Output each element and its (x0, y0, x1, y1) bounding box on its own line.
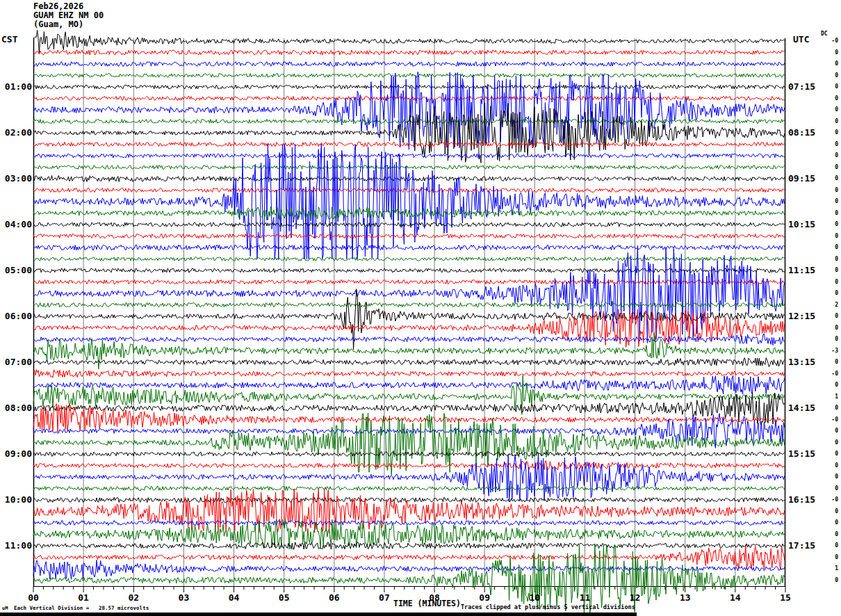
seismo-trace-10:15 (33, 489, 785, 533)
x-tick-label: 14 (728, 592, 742, 603)
dc-value: 2 (823, 302, 838, 308)
dc-value: 0 (823, 106, 838, 113)
seismo-trace-11:15 (33, 544, 785, 569)
seismo-trace-03:30 (33, 145, 785, 259)
dc-value: -3 (823, 348, 838, 354)
right-hour-label: 17:15 (788, 540, 815, 551)
right-hour-label: 14:15 (788, 403, 815, 413)
dc-value: 0 (823, 428, 838, 434)
seismo-trace-00:15 (33, 50, 785, 55)
dc-value: 0 (823, 290, 838, 296)
dc-value: 0 (823, 95, 838, 102)
seismo-trace-05:15 (33, 279, 785, 284)
x-tick-label: 05 (277, 592, 291, 603)
dc-value: 0 (823, 244, 838, 250)
seismo-trace-02:30 (33, 154, 785, 158)
dc-value: 0 (823, 554, 838, 560)
right-hour-label: 07:15 (788, 81, 815, 92)
x-tick-label: 09 (477, 592, 491, 603)
dc-value: 0 (823, 508, 838, 514)
dc-value: 1 (823, 394, 838, 400)
x-tick-label: 01 (76, 592, 90, 603)
dc-value: 0 (823, 405, 838, 411)
seismo-trace-09:45 (33, 486, 785, 490)
seismo-trace-00:00 (33, 30, 785, 54)
dc-value: 0 (823, 577, 838, 583)
helicorder-page: Feb26,2026 GUAM EHZ NM 00 (Guam, MO) CST… (0, 0, 841, 616)
left-hour-label: 08:00 (3, 403, 32, 413)
right-hour-label: 16:15 (788, 494, 815, 505)
seismo-trace-10:30 (33, 521, 785, 526)
seismo-trace-00:45 (33, 74, 785, 78)
left-hour-label: 02:00 (3, 127, 32, 138)
dc-value: 0 (823, 382, 838, 388)
right-hour-label: 13:15 (788, 357, 815, 367)
left-hour-label: 05:00 (3, 265, 32, 275)
dc-value: 0 (823, 519, 838, 526)
x-tick-label: 07 (377, 592, 391, 603)
dc-value: 0 (823, 451, 838, 457)
dc-value: -0 (823, 371, 838, 377)
x-tick-label: 13 (678, 592, 692, 603)
dc-value: 0 (823, 83, 838, 90)
dc-value: 0 (823, 175, 838, 181)
seismo-trace-07:00 (33, 358, 785, 367)
dc-value: 0 (823, 129, 838, 136)
bottom-bar (0, 613, 637, 616)
x-tick-label: 12 (628, 592, 642, 603)
footer-unit-note: uM (2, 606, 8, 611)
x-tick-label: 11 (578, 592, 591, 603)
seismo-trace-09:30 (33, 453, 785, 502)
right-hour-label: 15:15 (788, 448, 815, 459)
seismo-trace-04:30 (33, 245, 785, 250)
right-hour-label: 12:15 (788, 311, 815, 321)
footer-clip-text: Traces clipped at plus/minus 5 vertical … (461, 603, 635, 610)
dc-value: 0 (823, 49, 838, 56)
x-axis-title: TIME (MINUTES) (393, 599, 461, 608)
dc-value: 0 (823, 313, 838, 319)
seismo-trace-05:00 (33, 268, 785, 273)
dc-value: 0 (823, 542, 838, 549)
seismo-trace-11:00 (33, 542, 785, 549)
dc-value: 0 (823, 164, 838, 170)
seismo-trace-09:15 (33, 461, 785, 470)
dc-value: 0 (823, 221, 838, 227)
left-hour-label: 06:00 (3, 311, 32, 321)
dc-value: 0 (823, 233, 838, 239)
seismo-trace-10:00 (33, 497, 785, 503)
dc-value: 0 (823, 531, 838, 537)
dc-value: 0 (823, 72, 838, 79)
dc-value: 0 (823, 267, 838, 273)
dc-value: -0 (823, 496, 838, 503)
seismo-trace-04:45 (33, 257, 785, 261)
seismo-trace-11:30 (33, 560, 785, 580)
dc-value: -0 (823, 416, 838, 423)
dc-value: 0 (823, 118, 838, 124)
right-hour-label: 08:15 (788, 127, 815, 138)
x-tick-label: 06 (327, 592, 341, 603)
seismogram-plot (0, 0, 841, 616)
dc-value: 0 (823, 210, 838, 216)
dc-value: 0 (823, 141, 838, 147)
dc-value: 0 (823, 60, 838, 67)
dc-value: 0 (823, 187, 838, 193)
right-hour-label: 09:15 (788, 173, 815, 184)
dc-value: 0 (823, 256, 838, 262)
left-hour-label: 07:00 (3, 357, 32, 367)
dc-value: 0 (823, 336, 838, 342)
left-hour-label: 04:00 (3, 219, 32, 229)
dc-value: -0 (823, 38, 838, 44)
dc-value: 0 (823, 485, 838, 492)
seismo-trace-04:00 (33, 222, 785, 227)
left-hour-label: 11:00 (3, 540, 32, 551)
seismo-trace-07:45 (33, 375, 785, 414)
seismo-trace-01:00 (33, 85, 785, 89)
dc-value: 0 (823, 152, 838, 159)
left-hour-label: 09:00 (3, 448, 32, 459)
dc-value: 1 (823, 565, 838, 572)
x-tick-label: 10 (528, 592, 541, 603)
seismo-trace-00:30 (33, 62, 785, 67)
right-hour-label: 10:15 (788, 219, 815, 229)
dc-value: 0 (823, 439, 838, 446)
dc-value: 0 (823, 462, 838, 469)
